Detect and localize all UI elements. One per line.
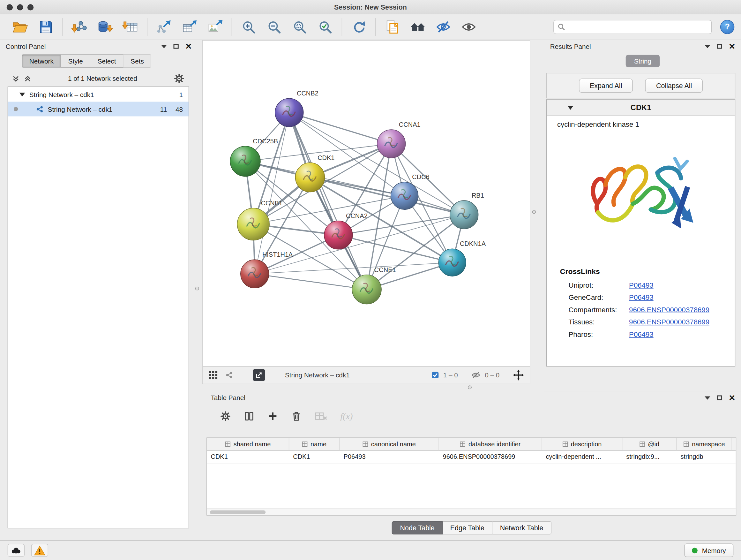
hide-selected-button[interactable] xyxy=(434,18,452,36)
gene-entry-header[interactable]: CDK1 xyxy=(547,100,735,116)
panel-menu-icon[interactable] xyxy=(704,396,711,399)
import-table-button[interactable] xyxy=(122,18,139,36)
network-node-CCNB2[interactable] xyxy=(275,98,304,127)
network-node-CDC6[interactable] xyxy=(391,182,418,209)
panel-float-icon[interactable] xyxy=(717,44,722,49)
crosslink-value-link[interactable]: P06493 xyxy=(629,281,654,289)
crosslink-value-link[interactable]: 9606.ENSP00000378699 xyxy=(629,318,710,326)
export-image-button[interactable] xyxy=(206,18,224,36)
scrollbar-thumb[interactable] xyxy=(210,510,266,514)
open-in-new-window-button[interactable] xyxy=(253,369,265,381)
panel-menu-icon[interactable] xyxy=(161,45,167,48)
crosslink-value-link[interactable]: P06493 xyxy=(629,330,654,338)
network-node-CDC25B[interactable] xyxy=(230,146,260,177)
column-header-canonical-name[interactable]: canonical name xyxy=(340,438,439,450)
edge-HIST1H1A-CCNE1[interactable] xyxy=(255,274,367,290)
import-network-file-button[interactable] xyxy=(71,18,88,36)
column-header-description[interactable]: description xyxy=(542,438,623,450)
disclosure-triangle-icon[interactable] xyxy=(19,92,25,97)
show-all-button[interactable] xyxy=(460,18,478,36)
panel-float-icon[interactable] xyxy=(173,44,179,49)
disclosure-triangle-icon[interactable] xyxy=(568,106,574,110)
panel-close-icon[interactable]: ✕ xyxy=(185,43,192,51)
help-button[interactable]: ? xyxy=(720,20,734,34)
tab-node-table[interactable]: Node Table xyxy=(392,521,443,535)
tab-select[interactable]: Select xyxy=(91,54,124,67)
cloud-status-button[interactable] xyxy=(8,544,24,557)
column-header-shared-name[interactable]: shared name xyxy=(207,438,289,450)
left-splitter-grip[interactable] xyxy=(195,287,199,291)
edge-RB1-HIST1H1A[interactable] xyxy=(255,215,464,274)
search-input[interactable] xyxy=(568,23,708,31)
tab-sets[interactable]: Sets xyxy=(124,54,151,67)
tab-network-table[interactable]: Network Table xyxy=(492,521,551,535)
zoom-out-button[interactable] xyxy=(265,18,283,36)
window-close-button[interactable] xyxy=(7,4,13,10)
document-copy-button[interactable] xyxy=(383,18,401,36)
expand-all-icon[interactable] xyxy=(24,75,31,82)
gear-icon[interactable] xyxy=(174,73,185,84)
show-columns-icon[interactable] xyxy=(244,411,254,422)
pan-move-icon[interactable] xyxy=(513,369,524,381)
horizontal-scrollbar[interactable] xyxy=(207,509,736,515)
network-node-CCNE1[interactable] xyxy=(352,275,381,304)
crosslink-value-link[interactable]: 9606.ENSP00000378699 xyxy=(629,305,710,313)
expand-all-button[interactable]: Expand All xyxy=(579,78,633,92)
table-row[interactable]: CDK1CDK1P064939606.ENSP00000378699cyclin… xyxy=(207,451,736,463)
gear-icon[interactable] xyxy=(220,411,231,422)
tab-network[interactable]: Network xyxy=(22,54,61,67)
window-minimize-button[interactable] xyxy=(17,4,23,10)
import-network-database-button[interactable] xyxy=(96,18,114,36)
panel-close-icon[interactable]: ✕ xyxy=(729,394,735,401)
crosslink-value-link[interactable]: P06493 xyxy=(629,293,654,301)
tab-style[interactable]: Style xyxy=(61,54,91,67)
network-node-RB1[interactable] xyxy=(450,200,478,229)
network-canvas[interactable]: CCNB2CCNA1CDC25BCDK1CDC6RB1CCNB1CCNA2CDK… xyxy=(203,41,530,366)
column-header-name[interactable]: name xyxy=(289,438,340,450)
zoom-selected-button[interactable] xyxy=(316,18,334,36)
open-session-button[interactable] xyxy=(11,18,29,36)
column-header-id[interactable]: @id xyxy=(622,438,677,450)
save-session-button[interactable] xyxy=(37,18,55,36)
edge-CCNB2-CCNE1[interactable] xyxy=(289,113,367,290)
column-header-database-identifier[interactable]: database identifier xyxy=(439,438,542,450)
share-network-icon[interactable] xyxy=(225,371,233,379)
apply-layout-button[interactable] xyxy=(350,18,367,36)
warnings-button[interactable] xyxy=(31,544,48,557)
column-header-namespace[interactable]: namespace xyxy=(677,438,732,450)
panel-menu-icon[interactable] xyxy=(704,45,711,48)
add-column-icon[interactable] xyxy=(267,411,278,422)
network-node-CCNA1[interactable] xyxy=(377,130,406,158)
export-network-button[interactable] xyxy=(155,18,173,36)
network-node-CCNA2[interactable] xyxy=(324,221,353,249)
edge-CCNB2-CCNA1[interactable] xyxy=(289,113,391,144)
search-box[interactable] xyxy=(553,20,712,34)
zoom-in-button[interactable] xyxy=(240,18,258,36)
memory-button[interactable]: Memory xyxy=(684,543,733,557)
network-node-CDKN1A[interactable] xyxy=(439,249,466,276)
delete-table-icon[interactable] xyxy=(315,411,327,422)
birds-eye-view-icon[interactable] xyxy=(208,370,218,380)
tab-edge-table[interactable]: Edge Table xyxy=(443,521,492,535)
zoom-fit-button[interactable] xyxy=(291,18,309,36)
bottom-splitter-grip[interactable] xyxy=(468,385,472,389)
panel-close-icon[interactable]: ✕ xyxy=(729,43,735,51)
right-splitter-grip[interactable] xyxy=(532,210,536,214)
edge-CCNB2-HIST1H1A[interactable] xyxy=(255,113,289,274)
selected-checkbox-icon[interactable] xyxy=(431,371,439,379)
collapse-all-button[interactable]: Collapse All xyxy=(645,78,703,92)
function-builder-button[interactable]: f(x) xyxy=(340,411,353,422)
panel-float-icon[interactable] xyxy=(717,395,722,400)
network-node-HIST1H1A[interactable] xyxy=(241,260,269,288)
export-table-button[interactable] xyxy=(181,18,199,36)
string-home-button[interactable] xyxy=(409,18,427,36)
network-row[interactable]: String Network – cdk1 11 48 xyxy=(8,102,189,117)
collapse-all-icon[interactable] xyxy=(12,75,19,82)
delete-column-icon[interactable] xyxy=(291,411,301,422)
window-zoom-button[interactable] xyxy=(27,4,33,10)
network-node-CDK1[interactable] xyxy=(295,163,325,192)
tab-string[interactable]: String xyxy=(625,55,660,67)
network-node-CCNB1[interactable] xyxy=(237,208,269,240)
hidden-eye-icon[interactable] xyxy=(471,371,481,379)
network-collection-row[interactable]: String Network – cdk1 1 xyxy=(8,87,189,102)
